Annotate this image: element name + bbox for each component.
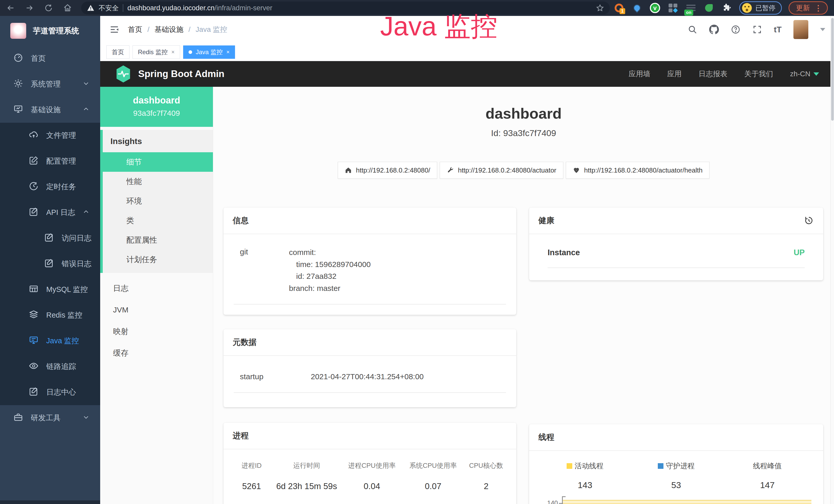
sidebar-item-home[interactable]: 首页	[0, 46, 100, 71]
sba-nav-about[interactable]: 关于我们	[744, 69, 773, 79]
extensions-puzzle-icon[interactable]	[721, 2, 732, 14]
breadcrumb-current: Java 监控	[196, 25, 227, 35]
scrollbar-thumb[interactable]	[831, 18, 834, 121]
tab-java-monitor[interactable]: Java 监控×	[183, 45, 235, 59]
breadcrumb-home[interactable]: 首页	[128, 25, 142, 35]
actuator-url-button[interactable]: http://192.168.0.2:48080/actuator	[440, 162, 563, 179]
sba-nav: 应用墙 应用 日志报表 关于我们 zh-CN	[629, 69, 819, 79]
sidebar-item-scheduled-tasks[interactable]: 定时任务	[0, 174, 100, 200]
breadcrumb-infra[interactable]: 基础设施	[155, 25, 183, 35]
sidebar-item-log-center[interactable]: 日志中心	[0, 380, 100, 405]
fullscreen-icon[interactable]	[752, 25, 762, 35]
info-row-git: git commit: time: 1596289704000 id: 27aa…	[234, 242, 506, 304]
threads-chart: 140 120 100	[529, 496, 823, 504]
sba-item-details[interactable]: 细节	[100, 152, 213, 172]
v-circle-extension-icon[interactable]: v	[649, 2, 661, 14]
sidebar-item-config-management[interactable]: 配置管理	[0, 148, 100, 174]
sba-item-environment[interactable]: 环境	[103, 191, 213, 211]
sidebar-item-infra[interactable]: 基础设施	[0, 97, 100, 123]
sba-language-select[interactable]: zh-CN	[790, 70, 819, 78]
sba-nav-applications[interactable]: 应用	[667, 69, 682, 79]
page-scrollbar[interactable]	[830, 16, 834, 504]
sidebar-item-java-monitor[interactable]: Java 监控	[0, 328, 100, 354]
health-url-button[interactable]: http://192.168.0.2:48080/actuator/health	[566, 162, 709, 179]
metadata-card: 元数据 startup 2021-04-27T00:44:31.254+08:0…	[223, 329, 516, 407]
health-row-instance: Instance UP	[548, 244, 805, 268]
sidebar-item-system[interactable]: 系统管理	[0, 71, 100, 97]
forward-icon[interactable]	[25, 4, 34, 12]
sba-item-logs[interactable]: 日志	[100, 278, 213, 299]
sidebar-filler	[0, 431, 100, 500]
pin-extension-icon[interactable]	[631, 2, 643, 14]
reload-icon[interactable]	[44, 4, 53, 12]
sba-item-classes[interactable]: 类	[103, 211, 213, 230]
help-icon[interactable]	[731, 25, 741, 35]
eye-icon	[29, 361, 39, 372]
avatar-caret-icon[interactable]	[820, 28, 825, 31]
url-text: dashboard.yudao.iocoder.cn/infra/admin-s…	[127, 4, 272, 12]
card-title-info: 信息	[233, 215, 249, 226]
bookmark-star-icon[interactable]	[596, 4, 604, 12]
dashboard-gauge-icon	[13, 53, 23, 65]
back-icon[interactable]	[6, 4, 15, 12]
not-secure-warning-icon[interactable]	[87, 4, 94, 12]
page-subtitle-id: Id: 93a3fc7f7409	[213, 128, 834, 138]
sba-item-metrics[interactable]: 性能	[103, 172, 213, 191]
gear-icon	[13, 78, 23, 90]
sba-instance-block[interactable]: dashboard 93a3fc7f7409	[100, 87, 213, 127]
sidebar-item-mysql-monitor[interactable]: MySQL 监控	[0, 277, 100, 302]
sba-item-caches[interactable]: 缓存	[100, 342, 213, 364]
edit-square-icon	[29, 387, 39, 398]
sidebar-item-access-logs[interactable]: 访问日志	[0, 225, 100, 251]
colorzilla-extension-icon[interactable]: 1	[613, 2, 625, 14]
paused-profile-badge[interactable]: 已暂停	[739, 1, 782, 15]
sidebar-item-error-logs[interactable]: 错误日志	[0, 251, 100, 277]
service-url-button[interactable]: http://192.168.0.2:48080/	[338, 162, 437, 179]
search-icon[interactable]	[687, 25, 697, 35]
sidebar-item-tracing[interactable]: 链路追踪	[0, 354, 100, 380]
edit-square-icon	[44, 233, 54, 244]
sba-logo-icon	[115, 65, 132, 83]
sidebar-item-redis-monitor[interactable]: Redis 监控	[0, 302, 100, 328]
sprout-extension-icon[interactable]	[703, 2, 715, 14]
sba-item-scheduled[interactable]: 计划任务	[103, 250, 213, 269]
breadcrumb: 首页 / 基础设施 / Java 监控	[128, 25, 227, 35]
grid-extension-icon[interactable]	[667, 2, 679, 14]
threads-legend: 活动线程 143 守护进程 53 线程峰值	[529, 451, 823, 490]
extensions-row: 1 v on 已暂停 更新 ⋮	[613, 1, 828, 15]
sba-item-jvm[interactable]: JVM	[100, 299, 213, 321]
sba-nav-wallboard[interactable]: 应用墙	[629, 69, 650, 79]
sidebar-item-file-management[interactable]: 文件管理	[0, 123, 100, 148]
user-avatar[interactable]	[793, 20, 808, 39]
chevron-down-icon	[83, 80, 89, 89]
switch-extension-icon[interactable]: on	[685, 2, 697, 14]
close-icon[interactable]: ×	[226, 49, 229, 55]
sba-item-config-props[interactable]: 配置属性	[103, 230, 213, 250]
collapse-sidebar-icon[interactable]	[109, 24, 120, 35]
wrench-icon	[447, 167, 454, 174]
sba-item-mappings[interactable]: 映射	[100, 321, 213, 342]
card-title-health: 健康	[539, 215, 554, 226]
spring-boot-admin-frame: Spring Boot Admin 应用墙 应用 日志报表 关于我们 zh-CN	[100, 61, 834, 504]
github-icon[interactable]	[709, 25, 719, 35]
address-bar[interactable]: 不安全 dashboard.yudao.iocoder.cn/infra/adm…	[81, 2, 610, 15]
live-threads-area	[563, 500, 811, 504]
card-title-metadata: 元数据	[233, 337, 257, 348]
tab-home[interactable]: 首页	[106, 45, 129, 59]
edit-square-icon	[29, 156, 39, 167]
font-size-icon[interactable]: tT	[774, 25, 782, 35]
card-title-process: 进程	[233, 430, 249, 441]
close-icon[interactable]: ×	[171, 49, 175, 55]
browser-menu-icon[interactable]: ⋮	[814, 4, 822, 13]
security-label: 不安全	[98, 4, 119, 13]
sba-brand[interactable]: Spring Boot Admin	[115, 65, 224, 83]
home-icon[interactable]	[63, 4, 72, 12]
heart-pulse-icon	[573, 167, 580, 174]
sidebar-item-api-logs[interactable]: API 日志	[0, 200, 100, 225]
chrome-update-button[interactable]: 更新 ⋮	[789, 1, 828, 15]
sidebar-item-dev-tools[interactable]: 研发工具	[0, 405, 100, 431]
sba-nav-journal[interactable]: 日志报表	[699, 69, 727, 79]
history-icon[interactable]	[804, 215, 814, 226]
tab-redis-monitor[interactable]: Redis 监控×	[133, 45, 180, 59]
sba-content: dashboard Id: 93a3fc7f7409 http://192.16…	[213, 87, 834, 504]
